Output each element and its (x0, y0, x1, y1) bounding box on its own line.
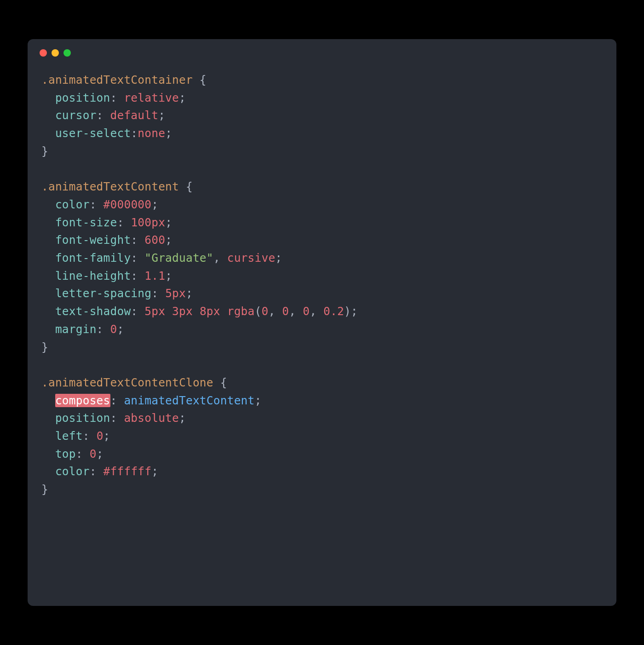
code-token: : (110, 394, 117, 407)
minimize-icon[interactable] (52, 49, 59, 57)
code-token: rgba (227, 305, 255, 318)
code-token: #000000 (104, 198, 152, 211)
code-token: { (179, 180, 193, 193)
code-token: default (110, 109, 159, 122)
code-token: : (90, 198, 97, 211)
code-token: ; (165, 233, 172, 247)
code-token: relative (124, 91, 179, 104)
code-token: : (97, 109, 104, 122)
code-token: position (55, 411, 110, 425)
code-token: ; (97, 447, 104, 461)
code-token: : (131, 305, 138, 318)
close-icon[interactable] (40, 49, 47, 57)
code-token: color (55, 198, 90, 211)
code-token: ; (179, 91, 186, 104)
code-token: ( (255, 305, 262, 318)
code-token: 1.1 (144, 269, 165, 282)
code-token: 0 (97, 429, 104, 443)
code-token: .animatedTextContent (41, 180, 179, 193)
code-token (220, 305, 227, 318)
code-token: ; (254, 394, 261, 407)
code-token: , (268, 305, 282, 318)
code-token: , (310, 305, 323, 318)
code-token: color (55, 465, 90, 478)
code-token: font-family (55, 251, 131, 265)
code-token: .animatedTextContentClone (41, 376, 213, 389)
code-token: : (117, 216, 124, 229)
code-token: 0 (303, 305, 310, 318)
code-token: 100px (131, 216, 165, 229)
code-token: ; (104, 429, 110, 443)
code-token: , (213, 251, 227, 265)
code-token: 0.2 (323, 305, 344, 318)
code-token: cursor (55, 109, 97, 122)
code-token: #ffffff (104, 465, 152, 478)
code-token: : (151, 287, 158, 300)
code-token (193, 305, 200, 318)
code-token: letter-spacing (55, 287, 151, 300)
code-token: ; (165, 127, 172, 140)
code-token: position (55, 91, 110, 104)
code-token: 600 (144, 233, 165, 247)
code-token: , (289, 305, 303, 318)
code-token: absolute (124, 411, 179, 425)
code-token: ; (165, 216, 172, 229)
code-token: ; (275, 251, 282, 265)
code-token: 5px (165, 287, 186, 300)
code-token: user-select (55, 127, 131, 140)
code-token: margin (55, 322, 97, 336)
code-token: 0 (261, 305, 268, 318)
code-editor-window: .animatedTextContainer { position: relat… (28, 39, 616, 606)
code-token: : (83, 429, 90, 443)
code-token: { (213, 376, 227, 389)
code-token: 3px (172, 305, 193, 318)
code-token: line-height (55, 269, 131, 282)
code-token: } (41, 483, 48, 496)
code-token: ; (179, 411, 186, 425)
code-token: ; (165, 269, 172, 282)
code-token: .animatedTextContainer (41, 73, 193, 86)
code-token: : (110, 91, 117, 104)
code-token: } (41, 340, 48, 354)
window-titlebar (28, 39, 616, 61)
code-token: ) (344, 305, 351, 318)
code-token: : (131, 233, 138, 247)
code-token: : (131, 127, 138, 140)
code-token: composes (55, 394, 110, 407)
code-token: 8px (200, 305, 220, 318)
code-token: : (110, 411, 117, 425)
code-token: animatedTextContent (124, 394, 254, 407)
code-token: ; (186, 287, 193, 300)
code-token: : (131, 251, 138, 265)
code-token: 0 (282, 305, 289, 318)
code-token: : (131, 269, 138, 282)
code-token: left (55, 429, 83, 443)
code-token: cursive (227, 251, 276, 265)
code-token: font-size (55, 216, 117, 229)
code-content[interactable]: .animatedTextContainer { position: relat… (28, 61, 616, 513)
code-token: : (76, 447, 83, 461)
code-token: : (90, 465, 97, 478)
code-token: ; (151, 465, 158, 478)
code-token: top (55, 447, 76, 461)
code-token: ; (158, 109, 165, 122)
code-token: ; (117, 322, 124, 336)
code-token: ; (351, 305, 358, 318)
maximize-icon[interactable] (63, 49, 71, 57)
code-token: font-weight (55, 233, 131, 247)
code-token: 0 (110, 322, 117, 336)
code-token: 5px (144, 305, 165, 318)
code-token: } (41, 144, 48, 158)
code-token: none (138, 127, 165, 140)
code-token: ; (151, 198, 158, 211)
code-token: "Graduate" (144, 251, 213, 265)
code-token: 0 (90, 447, 97, 461)
code-token (165, 305, 172, 318)
code-token: { (193, 73, 207, 86)
code-token: : (97, 322, 104, 336)
code-token: text-shadow (55, 305, 131, 318)
